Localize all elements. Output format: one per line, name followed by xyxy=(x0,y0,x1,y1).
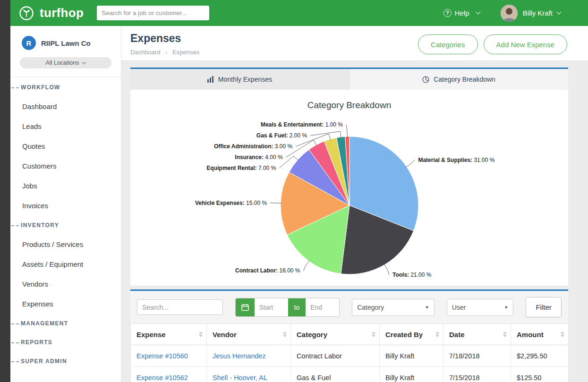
link-jesus-hernandez[interactable]: Jesus Hernandez xyxy=(213,352,266,360)
sidebar-item-dashboard[interactable]: Dashboard xyxy=(10,97,121,117)
tab-category-breakdown[interactable]: Category Breakdown xyxy=(349,69,568,90)
calendar-icon xyxy=(241,304,249,311)
pie-label-connector xyxy=(270,203,281,204)
user-chevron-down-icon[interactable] xyxy=(557,10,562,15)
page-header: Expenses Dashboard › Expenses Categories… xyxy=(121,26,588,61)
calendar-button[interactable] xyxy=(236,298,255,316)
cell-amount: $2,295.50 xyxy=(511,345,569,367)
column-label: Vendor xyxy=(213,331,237,339)
pie-label-tools: Tools: 21.00 % xyxy=(392,272,432,278)
chart-tabs: Monthly Expenses Category Breakdown xyxy=(130,68,568,90)
sort-icon[interactable] xyxy=(372,331,375,337)
location-chevron-down-icon xyxy=(82,60,86,64)
user-menu-name[interactable]: Billy Kraft xyxy=(523,9,553,17)
page-title: Expenses xyxy=(130,32,199,45)
pie-label-material-supplies: Material & Supplies: 31.00 % xyxy=(418,157,494,163)
content: Monthly Expenses Category Breakdown Cate… xyxy=(130,68,568,382)
pie-label-vehicle-expenses: Vehicle Expenses: 15.00 % xyxy=(195,200,267,206)
cell-created-by: Billy Kraft xyxy=(380,367,443,382)
sidebar-section-super-admin[interactable]: SUPER ADMIN xyxy=(10,352,121,371)
user-select[interactable]: User ▼ xyxy=(447,299,514,316)
sidebar-section-workflow[interactable]: WORKFLOW xyxy=(10,78,121,97)
column-header-category[interactable]: Category xyxy=(291,324,380,345)
cell-vendor: Jesus Hernandez xyxy=(207,345,291,367)
category-select[interactable]: Category ▼ xyxy=(352,299,434,316)
categories-button[interactable]: Categories xyxy=(418,34,478,54)
sort-icon[interactable] xyxy=(435,331,439,337)
start-date-input[interactable] xyxy=(255,298,288,316)
link-shell-hoover-al[interactable]: Shell - Hoover, AL xyxy=(213,374,267,382)
chevron-down-icon xyxy=(476,10,480,15)
sprout-logo-icon xyxy=(18,5,35,22)
sidebar-section-inventory[interactable]: INVENTORY xyxy=(10,216,121,235)
user-select-value: User xyxy=(452,304,466,311)
tab-label: Category Breakdown xyxy=(434,76,495,83)
column-header-vendor[interactable]: Vendor xyxy=(207,324,291,345)
sidebar-section-reports[interactable]: REPORTS xyxy=(10,333,121,352)
sidebar-item-leads[interactable]: Leads xyxy=(10,117,121,136)
tab-label: Monthly Expenses xyxy=(218,76,272,83)
pie-chart-svg: Material & Supplies: 31.00 %Tools: 21.00… xyxy=(130,90,568,286)
column-header-expense[interactable]: Expense xyxy=(131,324,207,345)
to-label: to xyxy=(288,298,306,316)
sort-icon[interactable] xyxy=(283,331,287,337)
main-content: Expenses Dashboard › Expenses Categories… xyxy=(121,26,588,382)
cell-expense: Expense #10560 xyxy=(131,345,207,367)
pie-label-connector xyxy=(406,160,415,167)
avatar[interactable] xyxy=(501,5,518,22)
pie-label-meals-entertainment: Meals & Entertainment: 1.00 % xyxy=(261,121,343,128)
cell-created-by: Billy Kraft xyxy=(380,345,443,367)
sidebar-item-customers[interactable]: Customers xyxy=(10,156,121,176)
cell-date: 7/18/2018 xyxy=(443,345,511,367)
pie-label-connector xyxy=(304,261,310,271)
page: turfhop ? Help Billy Kraft R RIIPL L xyxy=(0,0,588,382)
column-header-date[interactable]: Date xyxy=(443,324,511,345)
sort-icon[interactable] xyxy=(503,331,507,337)
chart-title: Category Breakdown xyxy=(130,100,568,110)
pie-label-equipment-rental: Equipment Rental: 7.00 % xyxy=(207,165,276,171)
sidebar-item-expenses[interactable]: Expenses xyxy=(10,294,121,314)
sidebar-item-quotes[interactable]: Quotes xyxy=(10,136,121,156)
expenses-table: ExpenseVendorCategoryCreated ByDateAmoun… xyxy=(130,323,569,382)
sidebar-item-products-services[interactable]: Products / Services xyxy=(10,235,121,255)
sidebar: R RIIPL Lawn Co All Locations WORKFLOWDa… xyxy=(10,26,121,382)
column-label: Expense xyxy=(136,331,166,339)
sidebar-item-invoices[interactable]: Invoices xyxy=(10,196,121,216)
link-expense-10560[interactable]: Expense #10560 xyxy=(136,352,188,360)
column-header-amount[interactable]: Amount xyxy=(511,324,569,345)
tab-monthly-expenses[interactable]: Monthly Expenses xyxy=(130,69,349,90)
sidebar-item-jobs[interactable]: Jobs xyxy=(10,176,121,196)
left-dark-rail xyxy=(0,0,10,382)
table-row: Expense #10560Jesus HernandezContract La… xyxy=(131,345,569,367)
add-new-expense-button[interactable]: Add New Expense xyxy=(484,34,567,54)
turfhop-logo[interactable]: turfhop xyxy=(18,5,84,22)
filter-button[interactable]: Filter xyxy=(526,297,562,317)
pie-label-gas-fuel: Gas & Fuel: 2.00 % xyxy=(256,132,307,139)
breadcrumb-separator: › xyxy=(165,49,167,56)
sort-icon[interactable] xyxy=(199,331,203,337)
breadcrumb-dashboard[interactable]: Dashboard xyxy=(130,49,161,56)
pie-label-office-administration: Office Administration: 3.00 % xyxy=(214,143,293,150)
end-date-input[interactable] xyxy=(306,298,339,316)
date-range-group: to xyxy=(235,298,340,317)
sidebar-item-assets-equipment[interactable]: Assets / Equipment xyxy=(10,255,121,274)
sidebar-nav: WORKFLOWDashboardLeadsQuotesCustomersJob… xyxy=(10,77,121,371)
link-expense-10562[interactable]: Expense #10562 xyxy=(136,374,188,382)
location-selector[interactable]: All Locations xyxy=(20,57,111,68)
avatar-photo xyxy=(501,5,518,22)
logo-text: turfhop xyxy=(40,6,84,20)
company-name: RIIPL Lawn Co xyxy=(41,39,91,47)
column-label: Category xyxy=(297,331,327,339)
cell-category: Contract Labor xyxy=(291,345,380,367)
column-header-created-by[interactable]: Created By xyxy=(380,324,443,345)
select-caret-icon: ▼ xyxy=(504,305,508,310)
bar-chart-icon xyxy=(207,76,214,83)
sidebar-item-vendors[interactable]: Vendors xyxy=(10,274,121,294)
sidebar-section-management[interactable]: MANAGEMENT xyxy=(10,314,121,333)
global-search-input[interactable] xyxy=(97,6,209,20)
help-menu[interactable]: ? Help xyxy=(443,9,480,17)
sort-icon[interactable] xyxy=(561,331,564,337)
table-header-row: ExpenseVendorCategoryCreated ByDateAmoun… xyxy=(131,324,569,345)
table-search-input[interactable] xyxy=(137,299,223,315)
cell-amount: $125.50 xyxy=(511,367,569,382)
